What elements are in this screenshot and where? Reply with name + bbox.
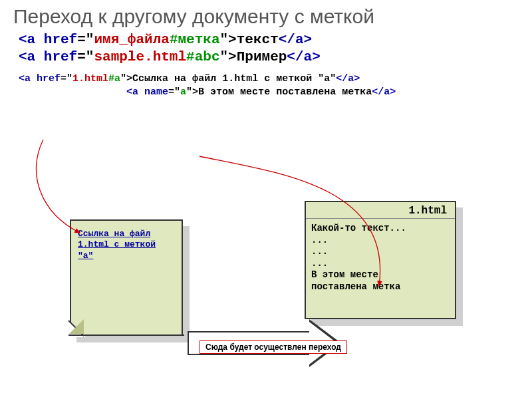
- slide-title: Переход к другому документу с меткой: [0, 0, 532, 31]
- val-hash: #: [108, 73, 114, 84]
- link-text: В этом месте поставлена метка: [198, 86, 372, 98]
- tag-open: <a: [19, 32, 44, 47]
- eq: =": [61, 73, 72, 84]
- link-text: текст: [237, 32, 279, 47]
- tag-close: </a>: [336, 73, 360, 84]
- diagram-area: Ссылка на файл 1.html с меткой "a" 1.htm…: [0, 193, 532, 392]
- tag-close: </a>: [287, 49, 320, 65]
- eq: =": [77, 32, 94, 47]
- close-quote: ">: [186, 86, 198, 98]
- code-example-1: <a href="имя_файла#метка">текст</a>: [0, 31, 532, 49]
- attr-name: href: [44, 49, 77, 65]
- target-doc-title: 1.html: [306, 202, 455, 219]
- page-fold-icon: [69, 319, 84, 334]
- attr-name: href: [44, 32, 77, 47]
- target-document: 1.html Какой-то текст... ... ... ... В э…: [305, 201, 456, 319]
- source-link-text: Ссылка на файл 1.html с меткой "a": [71, 221, 182, 269]
- close-quote: ">: [120, 73, 132, 84]
- val-anchor: a: [180, 86, 186, 98]
- val-hash: #: [170, 32, 178, 47]
- val-anchor: abc: [195, 49, 220, 65]
- val-anchor: a: [114, 73, 120, 84]
- attr-name: href: [37, 73, 61, 84]
- arrow-caption: Сюда будет осуществлен переход: [200, 340, 347, 354]
- source-document: Ссылка на файл 1.html с меткой "a": [70, 219, 183, 336]
- tag-close: </a>: [279, 32, 312, 47]
- indent: [19, 86, 126, 98]
- tag-open: <a: [19, 73, 37, 84]
- close-quote: ">: [220, 32, 237, 47]
- close-quote: ">: [220, 49, 237, 65]
- link-text: Пример: [237, 49, 287, 65]
- val-hash: #: [186, 49, 195, 65]
- eq: =": [168, 86, 180, 98]
- code-example-2: <a href="sample.html#abc">Пример</a>: [0, 49, 532, 66]
- eq: =": [77, 49, 94, 65]
- attr-name: name: [144, 86, 168, 98]
- tag-close: </a>: [372, 86, 396, 98]
- val-file: 1.html: [72, 73, 108, 84]
- link-text: Ссылка на файл 1.html с меткой "a": [132, 73, 336, 84]
- doc-border: [68, 334, 184, 336]
- code-example-3: <a href="1.html#a">Ссылка на файл 1.html…: [0, 66, 532, 100]
- val-file: имя_файла: [94, 32, 169, 47]
- val-file: sample.html: [94, 49, 186, 65]
- target-doc-body: Какой-то текст... ... ... ... В этом мес…: [306, 219, 455, 297]
- tag-open: <a: [126, 86, 144, 98]
- val-anchor: метка: [178, 32, 219, 47]
- tag-open: <a: [19, 49, 44, 65]
